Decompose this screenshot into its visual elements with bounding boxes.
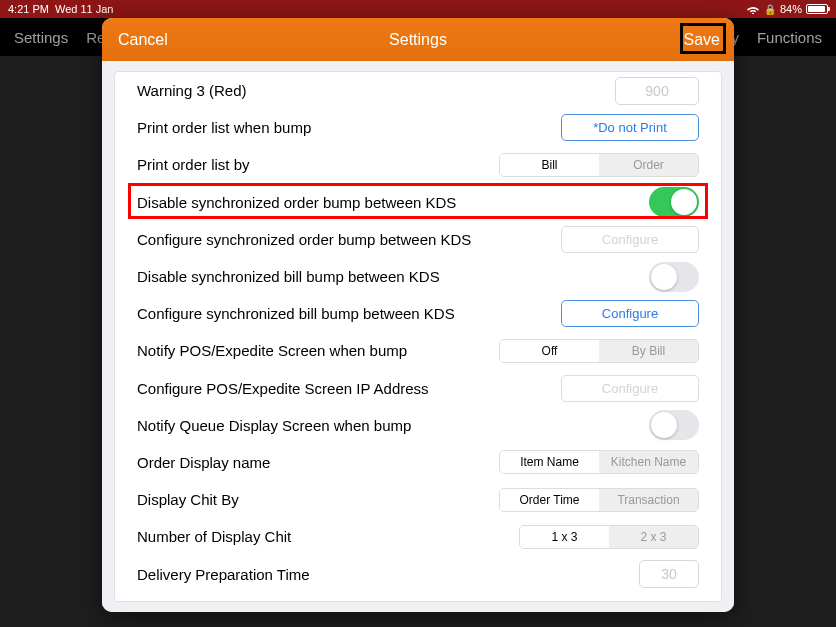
row-config-ip: Configure POS/Expedite Screen IP Address…	[137, 370, 699, 407]
modal-title: Settings	[389, 31, 447, 49]
opt-item-name[interactable]: Item Name	[500, 451, 599, 473]
status-date: Wed 11 Jan	[55, 3, 114, 15]
battery-percent: 84%	[780, 3, 802, 15]
label-delivery-prep: Delivery Preparation Time	[137, 566, 639, 583]
opt-transaction[interactable]: Transaction	[599, 489, 698, 511]
settings-modal: Cancel Settings Save Warning 3 (Red) 900…	[102, 18, 734, 612]
button-config-sync-order[interactable]: Configure	[561, 226, 699, 253]
label-notify-pos: Notify POS/Expedite Screen when bump	[137, 342, 499, 359]
toggle-disable-sync-order[interactable]	[649, 187, 699, 217]
opt-bill[interactable]: Bill	[500, 154, 599, 176]
button-do-not-print[interactable]: *Do not Print	[561, 114, 699, 141]
row-chit-by: Display Chit By Order Time Transaction	[137, 481, 699, 518]
status-time: 4:21 PM	[8, 3, 49, 15]
modal-header: Cancel Settings Save	[102, 18, 734, 61]
input-delivery-prep[interactable]: 30	[639, 560, 699, 588]
label-notify-queue: Notify Queue Display Screen when bump	[137, 417, 649, 434]
save-button[interactable]: Save	[684, 31, 720, 49]
opt-by-bill[interactable]: By Bill	[599, 340, 698, 362]
row-disable-sync-bill: Disable synchronized bill bump between K…	[137, 258, 699, 295]
label-num-chit: Number of Display Chit	[137, 528, 519, 545]
row-delivery-prep: Delivery Preparation Time 30	[137, 555, 699, 592]
row-print-bump: Print order list when bump *Do not Print	[137, 109, 699, 146]
segment-num-chit[interactable]: 1 x 3 2 x 3	[519, 525, 699, 549]
bg-nav-settings[interactable]: Settings	[14, 29, 68, 46]
segment-print-by[interactable]: Bill Order	[499, 153, 699, 177]
toggle-disable-sync-bill[interactable]	[649, 262, 699, 292]
label-config-sync-order: Configure synchronized order bump betwee…	[137, 231, 561, 248]
label-chit-by: Display Chit By	[137, 491, 499, 508]
label-print-bump: Print order list when bump	[137, 119, 561, 136]
row-notify-queue: Notify Queue Display Screen when bump	[137, 407, 699, 444]
opt-order-time[interactable]: Order Time	[500, 489, 599, 511]
label-config-ip: Configure POS/Expedite Screen IP Address	[137, 380, 561, 397]
label-config-sync-bill: Configure synchronized bill bump between…	[137, 305, 561, 322]
row-display-name: Order Display name Item Name Kitchen Nam…	[137, 444, 699, 481]
segment-chit-by[interactable]: Order Time Transaction	[499, 488, 699, 512]
battery-icon	[806, 4, 828, 14]
opt-off[interactable]: Off	[500, 340, 599, 362]
button-config-ip[interactable]: Configure	[561, 375, 699, 402]
label-disable-sync-order: Disable synchronized order bump between …	[137, 194, 649, 211]
input-warning3[interactable]: 900	[615, 77, 699, 105]
segment-display-name[interactable]: Item Name Kitchen Name	[499, 450, 699, 474]
opt-kitchen-name[interactable]: Kitchen Name	[599, 451, 698, 473]
row-config-sync-order: Configure synchronized order bump betwee…	[137, 221, 699, 258]
row-num-chit: Number of Display Chit 1 x 3 2 x 3	[137, 518, 699, 555]
bg-nav-functions[interactable]: Functions	[757, 29, 822, 46]
segment-notify-pos[interactable]: Off By Bill	[499, 339, 699, 363]
wifi-icon	[746, 4, 760, 14]
modal-body: Warning 3 (Red) 900 Print order list whe…	[102, 61, 734, 612]
row-warning3: Warning 3 (Red) 900	[137, 72, 699, 109]
button-config-sync-bill[interactable]: Configure	[561, 300, 699, 327]
row-notify-pos: Notify POS/Expedite Screen when bump Off…	[137, 332, 699, 369]
status-bar: 4:21 PM Wed 11 Jan 🔒 84%	[0, 0, 836, 18]
opt-1x3[interactable]: 1 x 3	[520, 526, 609, 548]
label-warning3: Warning 3 (Red)	[137, 82, 615, 99]
toggle-notify-queue[interactable]	[649, 410, 699, 440]
row-disable-sync-order: Disable synchronized order bump between …	[137, 184, 699, 221]
settings-list[interactable]: Warning 3 (Red) 900 Print order list whe…	[114, 71, 722, 602]
opt-order[interactable]: Order	[599, 154, 698, 176]
label-display-name: Order Display name	[137, 454, 499, 471]
opt-2x3[interactable]: 2 x 3	[609, 526, 698, 548]
row-print-by: Print order list by Bill Order	[137, 146, 699, 183]
cancel-button[interactable]: Cancel	[118, 31, 168, 49]
lock-icon: 🔒	[764, 4, 776, 15]
label-print-by: Print order list by	[137, 156, 499, 173]
row-config-sync-bill: Configure synchronized bill bump between…	[137, 295, 699, 332]
label-disable-sync-bill: Disable synchronized bill bump between K…	[137, 268, 649, 285]
